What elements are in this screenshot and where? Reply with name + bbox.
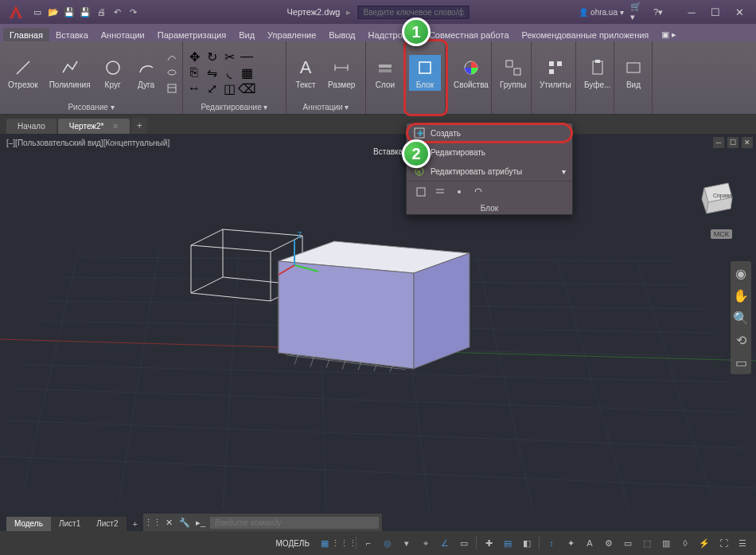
layout-tab-sheet2[interactable]: Лист2 xyxy=(88,517,126,531)
status-units-icon[interactable]: ⬚ xyxy=(638,534,656,552)
tool-array-icon[interactable]: ▦ xyxy=(239,65,255,80)
vp-minimize-icon[interactable]: ─ xyxy=(713,137,724,148)
tool-layers[interactable]: Слои xyxy=(369,55,401,91)
tool-circle[interactable]: Круг xyxy=(97,55,129,91)
cmd-handle-icon[interactable]: ⋮⋮ xyxy=(146,516,159,529)
cmd-close-icon[interactable]: ✕ xyxy=(162,516,175,529)
status-snap-icon[interactable]: ⋮⋮⋮ xyxy=(335,534,353,552)
tool-mirror-icon[interactable]: ⇋ xyxy=(204,65,220,80)
menu-view[interactable]: Вид xyxy=(232,28,261,41)
tool-trim-icon[interactable]: ✂ xyxy=(221,49,237,64)
viewport-label[interactable]: [–][Пользовательский вид][Концептуальный… xyxy=(6,139,170,147)
block-attr-manage-icon[interactable] xyxy=(432,185,448,199)
tool-polyline[interactable]: Полилиния xyxy=(45,55,95,91)
close-button[interactable]: ✕ xyxy=(727,3,751,21)
status-otrack-icon[interactable]: ▭ xyxy=(455,534,473,552)
tool-text[interactable]: A Текст xyxy=(290,55,321,91)
status-dyninput-icon[interactable]: ✚ xyxy=(480,534,497,552)
block-edit-item[interactable]: Редактировать xyxy=(407,143,572,162)
vp-close-icon[interactable]: ✕ xyxy=(742,137,753,148)
status-cleanscreen-icon[interactable]: ⛶ xyxy=(715,534,732,552)
menu-insert[interactable]: Вставка xyxy=(49,28,95,41)
menu-output[interactable]: Вывод xyxy=(322,28,361,41)
status-lwt-icon[interactable]: ▤ xyxy=(499,534,516,552)
nav-zoom-icon[interactable]: 🔍 xyxy=(732,309,750,326)
tool-groups[interactable]: Группы xyxy=(495,55,531,91)
tool-arc[interactable]: Дуга xyxy=(131,55,162,91)
qat-undo-icon[interactable]: ↶ xyxy=(110,5,124,19)
status-annotation-monitor-icon[interactable]: ▭ xyxy=(619,534,637,552)
drawing-tab-start[interactable]: Начало xyxy=(6,119,57,134)
tool-utilities[interactable]: Утилиты xyxy=(535,55,576,91)
vp-maximize-icon[interactable]: ☐ xyxy=(727,137,738,148)
menu-home[interactable]: Главная xyxy=(3,28,49,41)
tool-erase-icon[interactable]: ⌫ xyxy=(239,81,255,96)
nav-showmotion-icon[interactable]: ▭ xyxy=(732,354,750,371)
status-transparency-icon[interactable]: ◧ xyxy=(518,534,536,552)
tool-properties[interactable]: Свойства xyxy=(449,55,493,91)
status-customize-icon[interactable]: ☰ xyxy=(734,534,751,552)
block-attr-define-icon[interactable] xyxy=(413,185,429,199)
status-isolate-icon[interactable]: ◊ xyxy=(676,534,694,552)
qat-plot-icon[interactable]: 🖨 xyxy=(94,5,108,19)
command-input[interactable] xyxy=(210,517,379,529)
status-selection-cycling-icon[interactable]: ↕ xyxy=(543,534,560,552)
block-create-item[interactable]: ✚ Создать xyxy=(407,123,572,143)
panel-annotation-label[interactable]: Аннотации ▾ xyxy=(290,102,362,112)
menu-more[interactable]: ▣ ▸ xyxy=(655,27,683,41)
tool-line[interactable]: Отрезок xyxy=(3,55,43,91)
tool-hatch-icon[interactable] xyxy=(164,81,180,96)
status-quickproperties-icon[interactable]: ▥ xyxy=(657,534,675,552)
panel-modify-label[interactable]: Редактирование ▾ xyxy=(186,102,283,112)
viewport[interactable]: [–][Пользовательский вид][Концептуальный… xyxy=(0,134,756,531)
panel-draw-label[interactable]: Рисование ▾ xyxy=(3,102,179,112)
nav-orbit-icon[interactable]: ⟲ xyxy=(732,331,750,349)
status-isodraft-icon[interactable]: ▾ xyxy=(398,534,415,552)
tool-copy-icon[interactable]: ⎘ xyxy=(186,65,202,80)
nav-wheel-icon[interactable]: ◉ xyxy=(732,264,750,282)
help-search-input[interactable] xyxy=(357,6,469,19)
status-osnap-icon[interactable]: ⌖ xyxy=(417,534,435,552)
minimize-button[interactable]: ─ xyxy=(680,3,703,21)
tool-offset-icon[interactable]: ◫ xyxy=(221,81,237,96)
maximize-button[interactable]: ☐ xyxy=(703,3,727,21)
block-edit-attrs-item[interactable]: a Редактировать атрибуты ▾ xyxy=(407,162,572,181)
status-gizmo-icon[interactable]: ✦ xyxy=(562,534,579,552)
status-model-label[interactable]: МОДЕЛЬ xyxy=(271,539,314,548)
menu-parametric[interactable]: Параметризация xyxy=(151,28,232,41)
block-base-icon[interactable] xyxy=(451,185,467,199)
status-workspace-icon[interactable]: ⚙ xyxy=(600,534,618,552)
qat-saveas-icon[interactable]: 💾 xyxy=(78,5,92,19)
menu-collab[interactable]: Совместная работа xyxy=(423,28,516,41)
qat-open-icon[interactable]: 📂 xyxy=(46,5,60,19)
status-annotation-scale-icon[interactable]: A xyxy=(581,534,598,552)
drawing-tab-add[interactable]: + xyxy=(131,118,147,134)
block-sync-icon[interactable] xyxy=(470,185,486,199)
tool-rotate-icon[interactable]: ↻ xyxy=(204,49,220,64)
drawing-tab-current[interactable]: Чертеж2* ✕ xyxy=(58,119,130,134)
tool-ellipse-icon[interactable] xyxy=(164,65,180,80)
app-logo[interactable] xyxy=(5,2,27,21)
tool-fillet-icon[interactable]: ◟ xyxy=(221,65,237,80)
tool-spline-icon[interactable] xyxy=(164,49,180,64)
status-polar-icon[interactable]: ◎ xyxy=(379,534,396,552)
3d-canvas[interactable]: Z xyxy=(0,134,756,531)
help-icon[interactable]: ?▾ xyxy=(651,5,665,19)
tool-scale-icon[interactable]: ⤢ xyxy=(204,81,220,96)
tab-close-icon[interactable]: ✕ xyxy=(112,122,119,131)
share-icon[interactable]: 🛒▾ xyxy=(630,5,645,19)
qat-redo-icon[interactable]: ↷ xyxy=(126,5,140,19)
tool-view[interactable]: Вид xyxy=(618,55,649,91)
qat-new-icon[interactable]: ▭ xyxy=(30,5,45,19)
viewcube-wcs-label[interactable]: МСК xyxy=(711,229,732,239)
menu-manage[interactable]: Управление xyxy=(261,28,322,41)
nav-pan-icon[interactable]: ✋ xyxy=(732,287,750,304)
tool-clipboard[interactable]: Буфе... xyxy=(579,55,615,91)
menu-featured[interactable]: Рекомендованные приложения xyxy=(516,28,656,41)
status-3dosnap-icon[interactable]: ∠ xyxy=(436,534,454,552)
layout-tab-sheet1[interactable]: Лист1 xyxy=(51,517,88,531)
status-hwaccel-icon[interactable]: ⚡ xyxy=(696,534,713,552)
status-ortho-icon[interactable]: ⌐ xyxy=(360,534,377,552)
qat-save-icon[interactable]: 💾 xyxy=(62,5,76,19)
tool-stretch-icon[interactable]: ↔ xyxy=(186,81,202,96)
